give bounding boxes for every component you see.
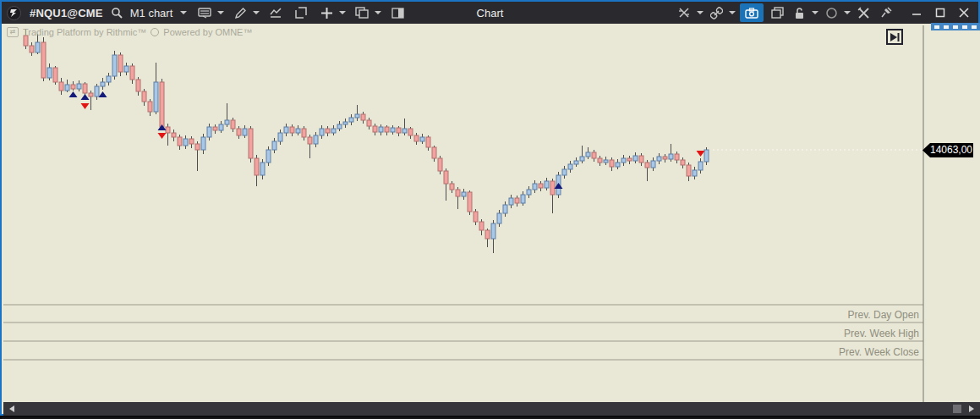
candle-up <box>77 84 81 89</box>
candle-up <box>266 150 271 163</box>
candle-up <box>533 184 537 190</box>
candle-down <box>645 163 649 168</box>
candle-up <box>503 205 507 213</box>
window-frame: #NQU1@CME M1 chart <box>0 0 980 416</box>
buy-marker-icon[interactable] <box>81 94 90 100</box>
overlay-squares-icon[interactable] <box>353 3 370 22</box>
level-label: Prev. Week Close <box>839 346 919 358</box>
candle-down <box>610 160 614 167</box>
candle-down <box>172 133 176 137</box>
candle-down <box>639 156 643 163</box>
sell-marker-icon[interactable] <box>81 103 90 109</box>
candle-up <box>343 122 348 124</box>
lock-icon[interactable] <box>791 3 808 22</box>
candle-up <box>604 160 608 163</box>
candle-down <box>385 127 389 132</box>
toolbar-right-group <box>676 3 978 22</box>
watermark-badge-icon: ⇄ <box>7 27 19 37</box>
candle-down <box>160 82 164 127</box>
pencil-caret-icon[interactable] <box>253 11 260 14</box>
candle-up <box>260 163 265 175</box>
candle-up <box>521 195 525 203</box>
timeframe-label[interactable]: M1 chart <box>130 7 173 19</box>
plus-icon[interactable] <box>318 3 335 22</box>
circle-symbol-icon[interactable] <box>823 3 840 22</box>
indicator-line-icon[interactable] <box>267 3 284 22</box>
chart-canvas[interactable]: ⇄ Trading Platform by Rithmic™ Powered b… <box>3 25 980 402</box>
candle-up <box>651 161 655 168</box>
buy-marker-icon[interactable] <box>555 183 563 189</box>
candle-down <box>408 129 413 135</box>
template-icon[interactable] <box>293 3 309 22</box>
clone-icon[interactable] <box>769 3 786 22</box>
candle-up <box>331 129 336 133</box>
link-caret-icon[interactable] <box>729 11 736 14</box>
maximize-button[interactable] <box>929 3 951 22</box>
candle-down <box>550 181 555 195</box>
scroll-right-arrow-icon[interactable] <box>969 405 974 412</box>
candle-up <box>580 157 584 161</box>
candle-up <box>402 129 407 133</box>
go-to-latest-button[interactable] <box>886 29 903 45</box>
candle-up <box>586 152 590 157</box>
candle-up <box>314 135 318 144</box>
symbol-label[interactable]: #NQU1@CME <box>30 7 103 19</box>
candle-up <box>545 181 549 188</box>
candle-up <box>616 163 620 167</box>
panel-caret-icon[interactable] <box>217 11 224 14</box>
candle-up <box>337 124 342 129</box>
candle-up <box>704 150 709 162</box>
candle-up <box>112 55 117 76</box>
candle-down <box>213 127 217 130</box>
sell-marker-icon[interactable] <box>697 151 705 157</box>
settings-tools-icon[interactable] <box>855 3 872 22</box>
lock-caret-icon[interactable] <box>812 11 818 14</box>
buy-marker-icon[interactable] <box>158 124 167 130</box>
app-logo-icon[interactable] <box>7 6 21 20</box>
candle-down <box>456 190 460 196</box>
candle-up <box>693 170 697 176</box>
candle-down <box>71 85 75 89</box>
candle-up <box>420 137 424 141</box>
sell-marker-icon[interactable] <box>158 133 167 139</box>
candle-up <box>154 82 158 112</box>
plus-caret-icon[interactable] <box>339 11 346 14</box>
candle-down <box>438 158 442 171</box>
candle-down <box>687 165 691 176</box>
scrollbar-thumb[interactable] <box>953 405 961 413</box>
panel-icon[interactable] <box>196 3 213 22</box>
candle-up <box>219 124 223 130</box>
circle-caret-icon[interactable] <box>844 11 851 14</box>
crosshair-caret-icon[interactable] <box>697 11 704 14</box>
candle-down <box>308 137 312 144</box>
candle-down <box>189 139 194 144</box>
search-icon[interactable] <box>108 3 125 22</box>
minimize-button[interactable] <box>906 3 928 22</box>
candle-up <box>243 129 247 135</box>
candle-down <box>255 158 259 175</box>
buy-marker-icon[interactable] <box>69 91 78 97</box>
timeframe-caret-icon[interactable] <box>180 11 187 14</box>
pencil-icon[interactable] <box>232 3 249 22</box>
candle-down <box>663 157 667 159</box>
crosshair-tool-icon[interactable] <box>676 3 693 22</box>
scroll-left-arrow-icon[interactable] <box>9 405 14 412</box>
candle-down <box>450 184 454 190</box>
candle-down <box>432 147 436 158</box>
candle-down <box>178 137 182 146</box>
h-scrollbar[interactable] <box>3 402 980 416</box>
candle-down <box>195 144 200 150</box>
candle-up <box>698 162 703 170</box>
overlay-caret-icon[interactable] <box>375 11 381 14</box>
candle-up <box>65 85 69 91</box>
camera-icon[interactable] <box>740 3 764 22</box>
watermark: ⇄ Trading Platform by Rithmic™ Powered b… <box>7 27 252 37</box>
countdown-label-partial <box>931 23 980 30</box>
toolbar-left-group: #NQU1@CME M1 chart <box>2 3 406 22</box>
pin-icon[interactable] <box>879 3 895 22</box>
close-button[interactable] <box>953 3 975 22</box>
candlestick-plot[interactable] <box>3 25 980 402</box>
link-icon[interactable] <box>708 3 725 22</box>
split-view-icon[interactable] <box>389 3 406 22</box>
buy-marker-icon[interactable] <box>99 91 107 97</box>
